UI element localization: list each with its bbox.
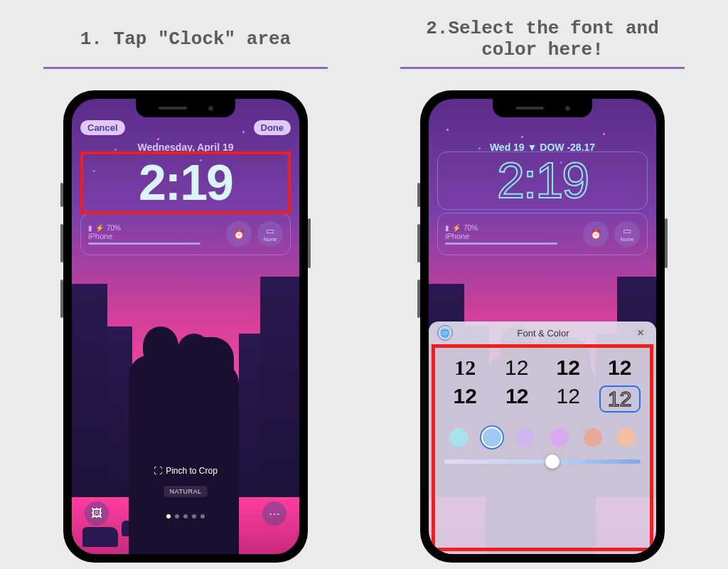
globe-icon[interactable]: 🌐 bbox=[437, 325, 453, 341]
battery-bar bbox=[445, 243, 557, 245]
battery-widget[interactable]: ▮ ⚡ 70% iPhone bbox=[445, 224, 577, 245]
panel-title: Font & Color bbox=[453, 328, 633, 339]
font-option-4[interactable]: 12 bbox=[599, 357, 641, 378]
notch bbox=[493, 99, 592, 117]
color-option-4[interactable] bbox=[550, 428, 569, 447]
side-buttons bbox=[60, 183, 63, 318]
alarm-icon: ⏰ bbox=[590, 229, 601, 240]
calendar-icon: ▭ bbox=[266, 225, 274, 236]
done-button[interactable]: Done bbox=[254, 120, 291, 135]
front-camera bbox=[208, 106, 213, 111]
clock-area[interactable]: 2:19 bbox=[80, 151, 291, 214]
battery-icon: ▮ bbox=[445, 224, 449, 232]
speaker bbox=[515, 107, 544, 110]
clock-time: 2:19 bbox=[497, 156, 588, 206]
close-button[interactable]: ✕ bbox=[633, 326, 648, 340]
none-widget[interactable]: ▭ None bbox=[257, 221, 283, 247]
font-option-8-selected[interactable]: 12 bbox=[599, 385, 641, 413]
step-2-column: 2.Select the font and color here! bbox=[385, 14, 700, 563]
none-label: None bbox=[620, 236, 633, 243]
divider bbox=[400, 67, 685, 69]
font-option-2[interactable]: 12 bbox=[496, 357, 538, 378]
widget-tray[interactable]: ▮ ⚡ 70% iPhone ⏰ ▭ None bbox=[80, 213, 291, 255]
step-1-title: 1. Tap "Clock" area bbox=[80, 14, 291, 64]
phone-mock-2: Wed 19 ▼ DOW -28.17 2:19 ▮ ⚡ 70% iPhone bbox=[420, 90, 665, 563]
none-label: None bbox=[263, 236, 277, 243]
clock-area[interactable]: 2:19 bbox=[437, 151, 648, 210]
filter-tag[interactable]: NATURAL bbox=[164, 486, 208, 497]
battery-pct: 70% bbox=[107, 224, 121, 232]
more-button[interactable]: ⋯ bbox=[262, 501, 287, 526]
font-grid: 12 12 12 12 12 12 12 12 bbox=[429, 344, 656, 420]
photos-icon: 🖼 bbox=[91, 507, 102, 520]
font-option-7[interactable]: 12 bbox=[547, 385, 589, 413]
device-name: iPhone bbox=[88, 232, 220, 240]
none-widget[interactable]: ▭ None bbox=[614, 221, 640, 247]
battery-pct: 70% bbox=[464, 224, 478, 232]
bolt-icon: ⚡ bbox=[452, 224, 461, 232]
color-row bbox=[429, 420, 656, 451]
phone-mock-1: Cancel Done Wednesday, April 19 2:19 ▮ ⚡… bbox=[63, 90, 308, 563]
alarm-widget[interactable]: ⏰ bbox=[226, 221, 252, 247]
crop-icon: ⛶ bbox=[154, 466, 162, 476]
clock-time: 2:19 bbox=[139, 158, 232, 208]
color-option-3[interactable] bbox=[516, 428, 535, 447]
side-buttons bbox=[417, 183, 420, 318]
step-1-column: 1. Tap "Clock" area bbox=[28, 14, 343, 563]
color-option-1[interactable] bbox=[449, 428, 468, 447]
close-icon: ✕ bbox=[637, 328, 644, 338]
color-option-5[interactable] bbox=[584, 428, 602, 447]
pinch-label: Pinch to Crop bbox=[166, 466, 218, 476]
pinch-hint: ⛶ Pinch to Crop bbox=[72, 466, 299, 476]
mute-switch bbox=[417, 183, 420, 207]
front-camera bbox=[565, 106, 570, 111]
screen-1: Cancel Done Wednesday, April 19 2:19 ▮ ⚡… bbox=[72, 99, 299, 554]
device-name: iPhone bbox=[445, 232, 577, 240]
cancel-button[interactable]: Cancel bbox=[80, 120, 125, 135]
speaker bbox=[159, 107, 187, 110]
battery-widget[interactable]: ▮ ⚡ 70% iPhone bbox=[88, 224, 220, 245]
battery-icon: ▮ bbox=[88, 224, 92, 232]
volume-up bbox=[417, 224, 420, 262]
mute-switch bbox=[60, 183, 63, 207]
bolt-icon: ⚡ bbox=[95, 224, 104, 232]
font-option-1[interactable]: 12 bbox=[444, 357, 486, 378]
font-color-panel: 🌐 Font & Color ✕ 12 12 12 12 12 12 12 bbox=[429, 321, 656, 554]
screen-2: Wed 19 ▼ DOW -28.17 2:19 ▮ ⚡ 70% iPhone bbox=[429, 99, 656, 554]
alarm-widget[interactable]: ⏰ bbox=[583, 221, 609, 247]
font-option-6[interactable]: 12 bbox=[496, 385, 538, 413]
ellipsis-icon: ⋯ bbox=[269, 507, 280, 521]
power-button bbox=[665, 218, 668, 268]
step-2-title: 2.Select the font and color here! bbox=[426, 14, 659, 64]
divider bbox=[43, 67, 328, 69]
notch bbox=[136, 99, 235, 117]
volume-up bbox=[60, 224, 63, 262]
power-button bbox=[308, 218, 311, 268]
battery-bar bbox=[88, 243, 200, 245]
widget-tray[interactable]: ▮ ⚡ 70% iPhone ⏰ ▭ None bbox=[437, 213, 648, 255]
slider-thumb[interactable] bbox=[545, 454, 560, 469]
font-option-5[interactable]: 12 bbox=[444, 385, 486, 413]
photos-button[interactable]: 🖼 bbox=[85, 501, 109, 526]
volume-down bbox=[417, 280, 420, 318]
volume-down bbox=[60, 280, 63, 318]
color-slider[interactable] bbox=[444, 459, 641, 464]
alarm-icon: ⏰ bbox=[233, 229, 245, 240]
calendar-icon: ▭ bbox=[623, 225, 631, 236]
color-option-6[interactable] bbox=[617, 428, 636, 447]
color-option-2[interactable] bbox=[483, 428, 501, 447]
font-option-3[interactable]: 12 bbox=[547, 357, 589, 378]
